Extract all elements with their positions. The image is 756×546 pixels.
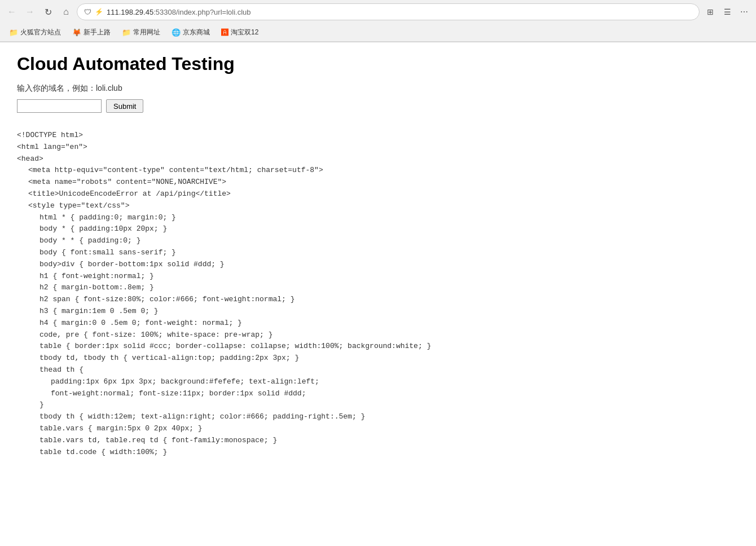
more-button[interactable]: ⋯ [737,5,751,19]
browser-chrome: ← → ↻ ⌂ 🛡 ⚡ 111.198.29.45:53308/index.ph… [0,0,756,42]
code-line: h1 { font-weight:normal; } [17,271,739,283]
code-line: h2 { margin-bottom:.8em; } [17,282,739,294]
code-line: table { border:1px solid #ccc; border-co… [17,341,739,353]
code-line: padding:1px 6px 1px 3px; background:#fef… [17,376,739,388]
url-path: :53308/index.php?url=loli.club [153,8,250,16]
bookmark-label: 火狐官方站点 [20,28,61,37]
back-button[interactable]: ← [5,5,19,19]
extensions-button[interactable]: ⊞ [703,5,718,19]
code-line: body { font:small sans-serif; } [17,247,739,259]
browser-actions: ⊞ ☰ ⋯ [703,5,751,19]
bookmark-label: 京东商城 [183,28,210,37]
code-line: h2 span { font-size:80%; color:#666; fon… [17,294,739,306]
page-subtitle: 输入你的域名，例如：loli.club [17,83,739,94]
code-line: <head> [17,153,739,165]
code-line: <meta name="robots" content="NONE,NOARCH… [17,177,739,188]
code-line: h4 { margin:0 0 .5em 0; font-weight: nor… [17,318,739,329]
bookmark-label: 淘宝双12 [231,28,258,37]
bookmarks-bar: 📁 火狐官方站点 🦊 新手上路 📁 常用网址 🌐 京东商城 🅰 淘宝双12 [0,24,756,42]
bookmark-jd[interactable]: 🌐 京东商城 [167,26,214,39]
code-line: body * { padding:10px 20px; } [17,223,739,235]
code-line: body>div { border-bottom:1px solid #ddd;… [17,259,739,271]
zap-icon: ⚡ [95,8,103,16]
reload-button[interactable]: ↻ [41,5,55,19]
code-line: h3 { margin:1em 0 .5em 0; } [17,306,739,318]
code-line: tbody th { width:12em; text-align:right;… [17,411,739,423]
code-line: tbody td, tbody th { vertical-align:top;… [17,353,739,364]
page-content: Cloud Automated Testing 输入你的域名，例如：loli.c… [0,42,756,469]
url-ip: 111.198.29.45 [107,8,153,16]
bookmark-label: 新手上路 [83,28,111,37]
domain-input[interactable] [17,99,102,113]
bookmark-globe-icon: 🌐 [172,28,181,37]
bookmark-label: 常用网址 [133,28,160,37]
code-line: <html lang="en"> [17,142,739,153]
submit-button[interactable]: Submit [106,99,143,113]
domain-form: Submit [17,99,739,113]
code-display: <!DOCTYPE html><html lang="en"><head><me… [17,130,739,458]
code-line: table.vars td, table.req td { font-famil… [17,435,739,447]
nav-bar: ← → ↻ ⌂ 🛡 ⚡ 111.198.29.45:53308/index.ph… [0,0,756,24]
bookmark-taobao[interactable]: 🅰 淘宝双12 [217,26,263,39]
bookmark-huhu[interactable]: 📁 火狐官方站点 [5,26,65,39]
code-line: } [17,399,739,411]
address-bar[interactable]: 🛡 ⚡ 111.198.29.45:53308/index.php?url=lo… [77,3,700,20]
security-icon: 🛡 [84,8,91,16]
forward-button[interactable]: → [23,5,37,19]
url-display: 111.198.29.45:53308/index.php?url=loli.c… [107,8,251,16]
code-line: html * { padding:0; margin:0; } [17,212,739,224]
home-button[interactable]: ⌂ [59,5,73,19]
bookmark-common[interactable]: 📁 常用网址 [117,26,165,39]
bookmark-fox-icon: 🦊 [72,28,81,37]
menu-button[interactable]: ☰ [720,5,735,19]
code-line: <meta http-equiv="content-type" content=… [17,165,739,177]
code-line: <style type="text/css"> [17,200,739,212]
code-line: font-weight:normal; font-size:11px; bord… [17,388,739,400]
code-line: code, pre { font-size: 100%; white-space… [17,329,739,341]
code-line: table.vars { margin:5px 0 2px 40px; } [17,423,739,435]
code-line: <title>UnicodeEncodeError at /api/ping</… [17,188,739,200]
code-line: <!DOCTYPE html> [17,130,739,142]
bookmark-folder2-icon: 📁 [122,28,131,37]
bookmark-folder-icon: 📁 [9,28,18,37]
bookmark-newuser[interactable]: 🦊 新手上路 [68,26,115,39]
code-line: table td.code { width:100%; } [17,447,739,459]
code-line: body * * { padding:0; } [17,235,739,247]
page-title: Cloud Automated Testing [17,54,739,74]
bookmark-taobao-icon: 🅰 [221,28,228,37]
code-line: thead th { [17,364,739,376]
